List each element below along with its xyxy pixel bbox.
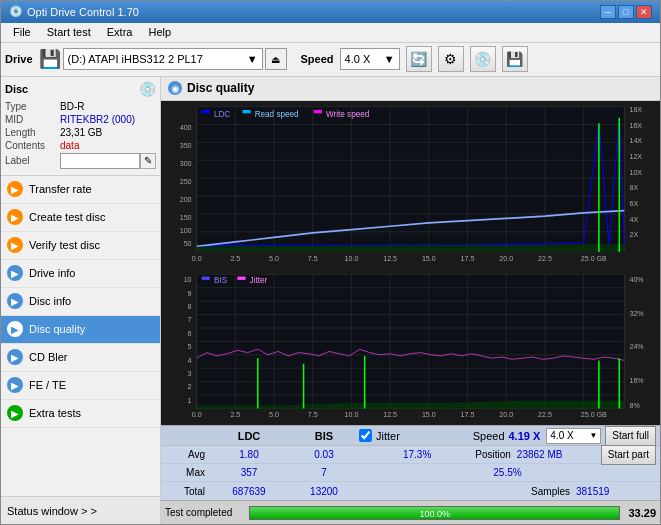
svg-text:8: 8 (188, 301, 192, 310)
close-button[interactable]: ✕ (636, 5, 652, 19)
svg-text:10.0: 10.0 (345, 410, 359, 419)
sidebar-item-create-test-disc[interactable]: ▶ Create test disc (1, 204, 160, 232)
svg-text:10X: 10X (629, 167, 642, 176)
total-ldc: 687639 (209, 486, 289, 497)
speed-selector-arrow: ▼ (589, 431, 597, 440)
start-part-button[interactable]: Start part (601, 445, 656, 465)
settings-button[interactable]: ⚙ (438, 46, 464, 72)
avg-label: Avg (165, 449, 209, 460)
svg-text:22.5: 22.5 (538, 253, 552, 262)
max-jitter: 25.5% (359, 467, 656, 478)
svg-text:200: 200 (180, 194, 192, 203)
cd-bler-label: CD Bler (29, 351, 68, 363)
speed-dropdown[interactable]: 4.0 X ▼ (340, 48, 400, 70)
svg-text:14X: 14X (629, 136, 642, 145)
svg-text:Write speed: Write speed (326, 108, 370, 118)
svg-text:16X: 16X (629, 120, 642, 129)
svg-text:25.0 GB: 25.0 GB (581, 253, 607, 262)
sidebar-item-extra-tests[interactable]: ▶ Extra tests (1, 400, 160, 428)
speed-arrow-icon: ▼ (384, 53, 395, 65)
sidebar-item-drive-info[interactable]: ▶ Drive info (1, 260, 160, 288)
svg-rect-25 (202, 110, 210, 113)
speed-selector[interactable]: 4.0 X ▼ (546, 428, 601, 444)
disc-label-label: Label (5, 155, 60, 166)
sidebar: Disc 💿 Type BD-R MID RITEKBR2 (000) Leng… (1, 77, 161, 524)
svg-text:4: 4 (188, 355, 192, 364)
stats-section: LDC BIS Jitter Speed 4.19 X 4.0 X ▼ (161, 425, 660, 500)
svg-text:LDC: LDC (214, 108, 230, 118)
svg-text:20.0: 20.0 (499, 410, 513, 419)
label-edit-button[interactable]: ✎ (140, 153, 156, 169)
drive-dropdown[interactable]: (D:) ATAPI iHBS312 2 PL17 ▼ (63, 48, 263, 70)
sidebar-item-disc-quality[interactable]: ▶ Disc quality (1, 316, 160, 344)
test-status: Test completed (165, 507, 245, 518)
sidebar-item-cd-bler[interactable]: ▶ CD Bler (1, 344, 160, 372)
dropdown-arrow-icon: ▼ (247, 53, 258, 65)
svg-text:24%: 24% (629, 342, 644, 351)
sidebar-item-transfer-rate[interactable]: ▶ Transfer rate (1, 176, 160, 204)
svg-text:2.5: 2.5 (230, 410, 240, 419)
save-button[interactable]: 💾 (502, 46, 528, 72)
eject-button[interactable]: ⏏ (265, 48, 287, 70)
position-value: 23862 MB (517, 449, 597, 460)
svg-text:12.5: 12.5 (383, 253, 397, 262)
svg-rect-3 (197, 106, 625, 251)
disc-info-icon: ▶ (7, 293, 23, 309)
app-window: 💿 Opti Drive Control 1.70 ─ □ ✕ File Sta… (0, 0, 661, 525)
disc-quality-header-icon: ◉ (167, 80, 183, 96)
avg-ldc: 1.80 (209, 449, 289, 460)
menu-help[interactable]: Help (140, 24, 179, 40)
svg-text:40%: 40% (629, 275, 644, 284)
max-label: Max (165, 467, 209, 478)
app-icon: 💿 (9, 5, 23, 18)
svg-text:16%: 16% (629, 375, 644, 384)
status-window-button[interactable]: Status window > > (1, 496, 160, 524)
charts-svg: LDC Read speed Write speed 400 350 300 2… (161, 101, 660, 425)
create-test-disc-icon: ▶ (7, 209, 23, 225)
start-full-button[interactable]: Start full (605, 426, 656, 446)
svg-rect-86 (202, 276, 210, 279)
menu-file[interactable]: File (5, 24, 39, 40)
content-area: ◉ Disc quality (161, 77, 660, 524)
svg-rect-27 (242, 110, 250, 113)
minimize-button[interactable]: ─ (600, 5, 616, 19)
svg-text:15.0: 15.0 (422, 253, 436, 262)
menubar: File Start test Extra Help (1, 23, 660, 43)
fe-te-label: FE / TE (29, 379, 66, 391)
sidebar-item-verify-test-disc[interactable]: ▶ Verify test disc (1, 232, 160, 260)
extra-tests-icon: ▶ (7, 405, 23, 421)
app-title: Opti Drive Control 1.70 (27, 6, 139, 18)
svg-text:8%: 8% (629, 401, 640, 410)
svg-text:150: 150 (180, 212, 192, 221)
svg-text:7: 7 (188, 315, 192, 324)
svg-text:0.0: 0.0 (192, 253, 202, 262)
svg-text:10.0: 10.0 (345, 253, 359, 262)
disc-panel-icon: 💿 (139, 81, 156, 97)
svg-text:15.0: 15.0 (422, 410, 436, 419)
svg-text:3: 3 (188, 368, 192, 377)
menu-extra[interactable]: Extra (99, 24, 141, 40)
svg-text:17.5: 17.5 (461, 410, 475, 419)
svg-text:12X: 12X (629, 152, 642, 161)
refresh-button[interactable]: 🔄 (406, 46, 432, 72)
sidebar-item-disc-info[interactable]: ▶ Disc info (1, 288, 160, 316)
svg-text:7.5: 7.5 (308, 410, 318, 419)
svg-text:5.0: 5.0 (269, 253, 279, 262)
svg-text:300: 300 (180, 158, 192, 167)
svg-text:20.0: 20.0 (499, 253, 513, 262)
jitter-checkbox[interactable] (359, 429, 372, 442)
menu-start-test[interactable]: Start test (39, 24, 99, 40)
svg-text:0.0: 0.0 (192, 410, 202, 419)
mid-value: RITEKBR2 (000) (60, 114, 135, 125)
score-value: 33.29 (628, 507, 656, 519)
svg-text:BIS: BIS (214, 275, 227, 285)
label-input[interactable] (60, 153, 140, 169)
disc-button[interactable]: 💿 (470, 46, 496, 72)
length-label: Length (5, 127, 60, 138)
svg-text:4X: 4X (629, 214, 638, 223)
svg-text:350: 350 (180, 140, 192, 149)
sidebar-item-fe-te[interactable]: ▶ FE / TE (1, 372, 160, 400)
svg-text:1: 1 (188, 395, 192, 404)
maximize-button[interactable]: □ (618, 5, 634, 19)
contents-label: Contents (5, 140, 60, 151)
